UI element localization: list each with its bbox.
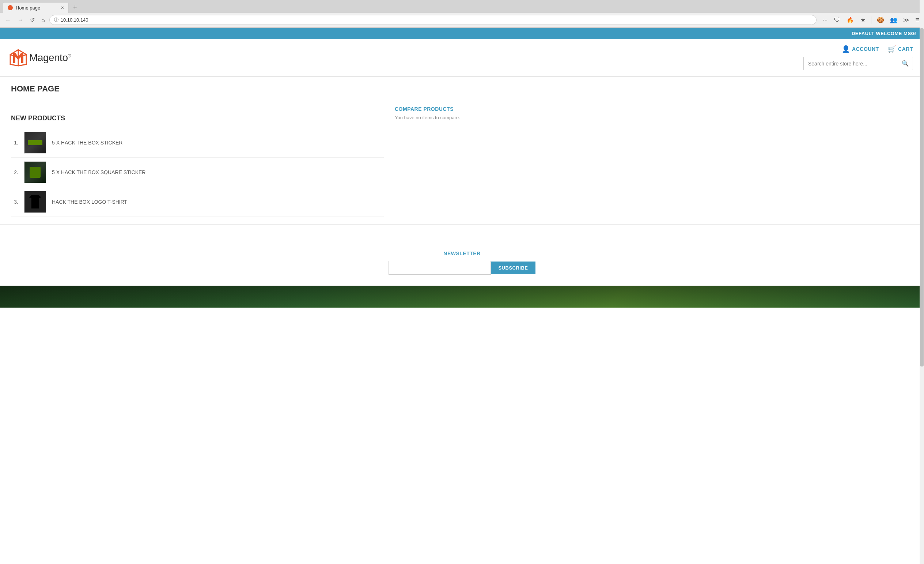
header-right: 👤 ACCOUNT 🛒 CART 🔍 — [803, 45, 913, 70]
scrollbar-thumb[interactable] — [920, 28, 924, 308]
new-tab-button[interactable]: + — [70, 2, 80, 13]
tab-title: Home page — [16, 5, 40, 11]
square-sticker-thumbnail-image — [24, 162, 46, 183]
header-actions: 👤 ACCOUNT 🛒 CART — [842, 45, 913, 53]
browser-chrome: Home page × + ← → ↺ ⌂ ⓘ ··· 🛡 🔥 ★ 🍪 👥 ≫ … — [0, 0, 924, 28]
footer-divider — [7, 243, 917, 243]
product-number: 2. — [11, 169, 18, 175]
welcome-message: DEFAULT WELCOME MSG! — [852, 31, 917, 36]
account-label: ACCOUNT — [852, 46, 879, 52]
cart-label: CART — [898, 46, 913, 52]
search-bar: 🔍 — [803, 57, 913, 70]
newsletter-title: NEWSLETTER — [7, 251, 917, 256]
cookie-button[interactable]: 🍪 — [875, 15, 886, 24]
newsletter-form: SUBSCRIBE — [7, 261, 917, 275]
page-title-divider — [11, 107, 384, 107]
tab-favicon — [8, 5, 13, 10]
address-bar-wrap: ⓘ — [50, 15, 816, 25]
reload-button[interactable]: ↺ — [28, 15, 37, 25]
magento-logo-icon — [7, 47, 29, 69]
main-content: HOME PAGE NEW PRODUCTS 1. 5 X HACK THE B… — [11, 84, 395, 217]
magento-icon-button[interactable]: 🔥 — [844, 15, 856, 24]
address-bar[interactable] — [61, 17, 812, 23]
browser-toolbar-icons: ··· 🛡 🔥 ★ — [821, 15, 867, 24]
divider — [871, 17, 872, 24]
nav-bar: ← → ↺ ⌂ ⓘ ··· 🛡 🔥 ★ 🍪 👥 ≫ ≡ — [0, 13, 924, 27]
cart-link[interactable]: 🛒 CART — [888, 45, 913, 53]
site-footer: NEWSLETTER SUBSCRIBE — [0, 224, 924, 286]
logo-text: Magento® — [29, 52, 71, 64]
list-item: 2. 5 X HACK THE BOX SQUARE STICKER — [11, 158, 384, 187]
product-number: 1. — [11, 140, 18, 146]
product-name[interactable]: 5 X HACK THE BOX STICKER — [52, 140, 123, 146]
page-title: HOME PAGE — [11, 84, 384, 99]
products-list: 1. 5 X HACK THE BOX STICKER 2. 5 X HACK … — [11, 128, 384, 217]
subscribe-button[interactable]: SUBSCRIBE — [491, 262, 535, 274]
scrollbar-track[interactable] — [920, 0, 924, 308]
product-thumbnail[interactable] — [24, 161, 46, 183]
product-name[interactable]: 5 X HACK THE BOX SQUARE STICKER — [52, 169, 146, 175]
compare-products-widget: COMPARE PRODUCTS You have no items to co… — [395, 106, 504, 120]
chevron-right-button[interactable]: ≫ — [902, 15, 911, 24]
newsletter-email-input[interactable] — [388, 261, 491, 275]
product-thumbnail[interactable] — [24, 132, 46, 153]
welcome-bar: DEFAULT WELCOME MSG! — [0, 28, 924, 39]
product-thumbnail[interactable] — [24, 191, 46, 213]
more-options-button[interactable]: ··· — [821, 16, 830, 24]
tshirt-shape — [29, 195, 41, 209]
sticker-thumbnail-image — [24, 132, 46, 153]
bookmark-button[interactable]: ★ — [859, 15, 867, 24]
home-button[interactable]: ⌂ — [39, 15, 47, 25]
account-icon: 👤 — [842, 45, 850, 53]
active-tab[interactable]: Home page × — [3, 2, 69, 13]
product-number: 3. — [11, 199, 18, 205]
main-wrapper: HOME PAGE NEW PRODUCTS 1. 5 X HACK THE B… — [0, 77, 512, 224]
lock-icon: ⓘ — [54, 17, 58, 23]
search-button[interactable]: 🔍 — [898, 57, 913, 70]
product-name[interactable]: HACK THE BOX LOGO T-SHIRT — [52, 199, 127, 205]
account-link[interactable]: 👤 ACCOUNT — [842, 45, 879, 53]
tshirt-thumbnail-image — [24, 191, 46, 212]
compare-products-title[interactable]: COMPARE PRODUCTS — [395, 106, 504, 112]
tab-bar: Home page × + — [0, 0, 924, 13]
forward-button[interactable]: → — [15, 15, 26, 25]
list-item: 3. HACK THE BOX LOGO T-SHIRT — [11, 187, 384, 217]
close-tab-button[interactable]: × — [61, 5, 64, 11]
cart-icon: 🛒 — [888, 45, 896, 53]
search-input[interactable] — [804, 58, 898, 69]
back-button[interactable]: ← — [3, 15, 13, 25]
users-icon-button[interactable]: 👥 — [888, 15, 899, 24]
pocket-button[interactable]: 🛡 — [832, 16, 842, 24]
list-item: 1. 5 X HACK THE BOX STICKER — [11, 128, 384, 158]
footer-decorative-image — [0, 286, 924, 308]
sidebar: COMPARE PRODUCTS You have no items to co… — [395, 84, 504, 217]
compare-products-text: You have no items to compare. — [395, 115, 504, 120]
new-products-title: NEW PRODUCTS — [11, 114, 384, 122]
logo[interactable]: Magento® — [7, 47, 71, 69]
site-header: Magento® 👤 ACCOUNT 🛒 CART 🔍 — [0, 39, 924, 77]
